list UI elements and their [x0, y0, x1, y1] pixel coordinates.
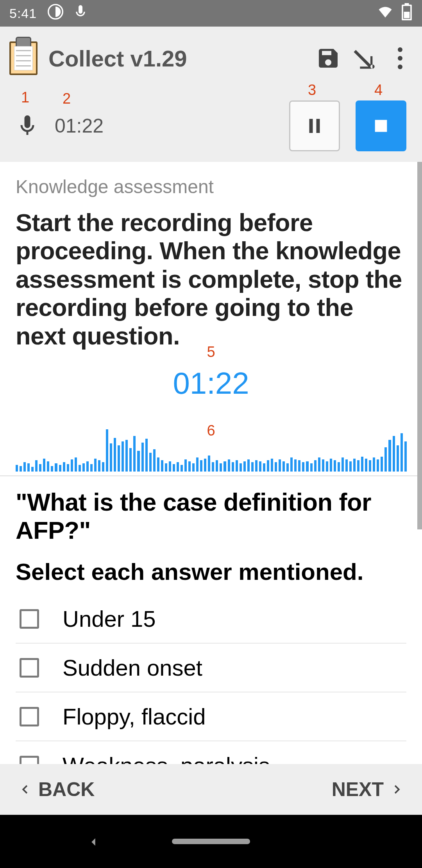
badge-1: 1: [21, 89, 29, 106]
android-nav-bar: [0, 815, 422, 868]
app-bar: Collect v1.29: [0, 27, 422, 90]
checkbox[interactable]: [20, 658, 39, 678]
choice-row[interactable]: Weakness, paralysis: [16, 741, 406, 764]
save-icon[interactable]: [316, 46, 341, 71]
svg-rect-2: [375, 120, 387, 132]
waveform: [16, 425, 406, 472]
wifi-icon: [377, 3, 394, 23]
choice-label: Under 15: [63, 606, 156, 632]
chevron-right-icon: [389, 781, 406, 798]
choice-label: Weakness, paralysis: [63, 752, 270, 764]
status-time: 5:41: [9, 6, 37, 21]
divider: [0, 475, 422, 476]
android-home-pill[interactable]: [172, 839, 250, 844]
choice-label: Sudden onset: [63, 655, 202, 681]
checkbox[interactable]: [20, 756, 39, 764]
bottom-nav: BACK NEXT: [0, 764, 422, 815]
more-vert-icon[interactable]: [388, 46, 413, 71]
chevron-left-icon: [16, 781, 33, 798]
recorder-bar: 1 2 01:22 3 4: [0, 90, 422, 162]
content-area[interactable]: Knowledge assessment Start the recording…: [0, 162, 422, 764]
svg-rect-1: [404, 12, 410, 18]
download-arrow-icon[interactable]: [352, 46, 377, 71]
choice-row[interactable]: Under 15: [16, 595, 406, 644]
question-text: "What is the case definition for AFP?": [16, 488, 406, 544]
badge-2: 2: [63, 90, 71, 107]
big-timer: 5 01:22: [16, 366, 406, 401]
stop-button[interactable]: [356, 100, 406, 151]
choice-list: Under 15Sudden onsetFloppy, flaccidWeakn…: [16, 595, 406, 764]
voice-indicator-icon: [73, 4, 88, 23]
checkbox[interactable]: [20, 707, 39, 726]
mic-icon[interactable]: [16, 131, 39, 138]
stop-icon: [372, 117, 390, 135]
choice-row[interactable]: Sudden onset: [16, 644, 406, 692]
android-back-icon[interactable]: [86, 829, 101, 855]
choice-row[interactable]: Floppy, flaccid: [16, 692, 406, 741]
pause-button[interactable]: [289, 100, 340, 151]
profile-badge-icon: [48, 4, 63, 23]
back-button[interactable]: BACK: [0, 778, 211, 801]
checkbox[interactable]: [20, 609, 39, 629]
sub-instruction: Select each answer mentioned.: [16, 558, 406, 585]
pause-icon: [304, 115, 325, 136]
instructions-text: Start the recording before proceeding. W…: [16, 208, 406, 350]
next-button[interactable]: NEXT: [211, 778, 422, 801]
app-title: Collect v1.29: [48, 45, 305, 72]
next-label: NEXT: [332, 778, 384, 801]
section-title: Knowledge assessment: [16, 176, 406, 197]
recorder-elapsed: 01:22: [55, 115, 104, 137]
back-label: BACK: [38, 778, 95, 801]
choice-label: Floppy, flaccid: [63, 703, 206, 730]
status-bar: 5:41: [0, 0, 422, 27]
clipboard-icon[interactable]: [9, 41, 38, 75]
battery-icon: [401, 3, 413, 23]
